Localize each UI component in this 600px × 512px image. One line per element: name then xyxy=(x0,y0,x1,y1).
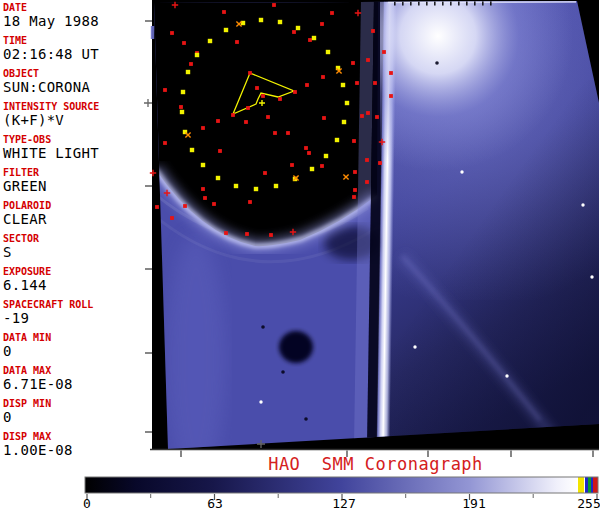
yellow-fiducial-dot xyxy=(312,36,316,40)
metadata-field: POLAROIDCLEAR xyxy=(3,200,151,233)
red-fiducial-dot xyxy=(246,106,250,110)
metadata-field: SECTORS xyxy=(3,233,151,266)
yellow-fiducial-dot xyxy=(259,18,263,22)
colorbar-reserved-stripe xyxy=(578,477,584,493)
red-fiducial-dot xyxy=(244,120,248,124)
yellow-fiducial-dot xyxy=(342,120,346,124)
red-fiducial-dot xyxy=(366,58,370,62)
red-fiducial-dot xyxy=(170,216,174,220)
red-fiducial-dot xyxy=(182,41,186,45)
red-fiducial-dot xyxy=(248,200,252,204)
metadata-field: TIME02:16:48 UT xyxy=(3,35,151,68)
red-fiducial-dot xyxy=(366,111,370,115)
red-fiducial-dot xyxy=(308,38,312,42)
star-speck xyxy=(413,345,416,348)
colorbar-tick-label: 127 xyxy=(332,496,355,511)
red-fiducial-dot xyxy=(389,94,393,98)
field-value: 0 xyxy=(3,410,151,425)
field-value: SUN:CORONA xyxy=(3,80,151,95)
red-fiducial-dot xyxy=(261,94,265,98)
red-fiducial-dot xyxy=(269,233,273,237)
red-fiducial-dot xyxy=(293,90,297,94)
dust-speck xyxy=(261,325,265,329)
red-fiducial-dot xyxy=(263,171,267,175)
yellow-fiducial-dot xyxy=(216,176,220,180)
field-value: 0 xyxy=(3,344,151,359)
red-fiducial-dot xyxy=(373,81,377,85)
field-value: WHITE LIGHT xyxy=(3,146,151,161)
red-fiducial-dot xyxy=(355,81,359,85)
red-fiducial-dot xyxy=(307,151,311,155)
yellow-fiducial-dot xyxy=(181,90,185,94)
colorbar-reserved-stripe xyxy=(588,477,591,493)
yellow-fiducial-dot xyxy=(296,26,300,30)
red-fiducial-dot xyxy=(292,30,296,34)
yellow-fiducial-dot xyxy=(190,148,194,152)
star-speck xyxy=(460,170,463,173)
red-fiducial-dot xyxy=(321,75,325,79)
yellow-fiducial-dot xyxy=(254,187,258,191)
red-fiducial-dot xyxy=(351,61,355,65)
red-fiducial-dot xyxy=(320,164,324,168)
red-fiducial-dot xyxy=(278,97,282,101)
field-label: DATA MIN xyxy=(3,332,151,344)
yellow-fiducial-dot xyxy=(274,184,278,188)
red-fiducial-dot xyxy=(273,131,277,135)
red-fiducial-dot xyxy=(201,187,205,191)
metadata-field: SPACECRAFT ROLL-19 xyxy=(3,299,151,332)
yellow-fiducial-dot xyxy=(324,154,328,158)
red-fiducial-dot xyxy=(352,195,356,199)
red-fiducial-dot xyxy=(163,88,167,92)
red-fiducial-dot xyxy=(222,10,226,14)
red-fiducial-dot xyxy=(218,149,222,153)
yellow-fiducial-dot xyxy=(335,138,339,142)
image-title: HAO SMM Coronagraph xyxy=(152,454,599,473)
field-value: (K+F)*V xyxy=(3,113,151,128)
yellow-fiducial-dot xyxy=(326,50,330,54)
colorbar-tick-label: 0 xyxy=(83,496,91,511)
red-fiducial-dot xyxy=(179,105,183,109)
colorbar-tick-label: 255 xyxy=(577,496,600,511)
red-fiducial-dot xyxy=(352,139,356,143)
yellow-fiducial-dot xyxy=(186,70,190,74)
red-fiducial-dot xyxy=(231,113,235,117)
field-value: 18 May 1988 xyxy=(3,14,151,29)
colorbar-tick-label: 191 xyxy=(462,496,485,511)
dust-speck xyxy=(435,61,439,65)
red-fiducial-dot xyxy=(375,115,379,119)
red-fiducial-dot xyxy=(212,202,216,206)
metadata-field: FILTERGREEN xyxy=(3,167,151,200)
metadata-sidebar: DATE18 May 1988TIME02:16:48 UTOBJECTSUN:… xyxy=(0,0,152,455)
red-fiducial-dot xyxy=(290,163,294,167)
field-value: 6.144 xyxy=(3,278,151,293)
colorbar-reserved-stripe xyxy=(593,477,598,493)
red-fiducial-dot xyxy=(389,71,393,75)
red-fiducial-dot xyxy=(320,22,324,26)
yellow-fiducial-dot xyxy=(208,39,212,43)
field-value: 6.71E-08 xyxy=(3,377,151,392)
colorbar-reserved-stripe xyxy=(585,477,588,493)
dust-speck xyxy=(304,417,308,421)
red-fiducial-dot xyxy=(382,50,386,54)
coronagraph-photo[interactable] xyxy=(150,0,600,485)
metadata-field: DISP MAX1.00E-08 xyxy=(3,431,151,464)
metadata-field: DATA MAX6.71E-08 xyxy=(3,365,151,398)
yellow-fiducial-dot xyxy=(224,28,228,32)
red-fiducial-dot xyxy=(266,115,270,119)
metadata-field: OBJECTSUN:CORONA xyxy=(3,68,151,101)
red-fiducial-dot xyxy=(163,141,167,145)
red-fiducial-dot xyxy=(305,83,309,87)
red-fiducial-dot xyxy=(245,232,249,236)
red-fiducial-dot xyxy=(170,31,174,35)
red-fiducial-dot xyxy=(304,146,308,150)
red-fiducial-dot xyxy=(224,231,228,235)
yellow-fiducial-dot xyxy=(310,167,314,171)
star-speck xyxy=(505,374,508,377)
red-fiducial-dot xyxy=(286,131,290,135)
red-fiducial-dot xyxy=(322,116,326,120)
field-value: 1.00E-08 xyxy=(3,443,151,458)
red-fiducial-dot xyxy=(235,40,239,44)
yellow-fiducial-dot xyxy=(278,20,282,24)
yellow-fiducial-dot xyxy=(345,101,349,105)
red-fiducial-dot xyxy=(365,158,369,162)
